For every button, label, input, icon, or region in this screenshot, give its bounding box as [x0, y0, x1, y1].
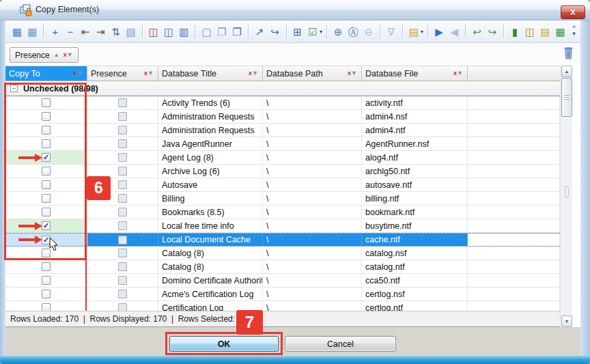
database-path-cell[interactable]: \ — [263, 165, 362, 178]
expand-row-icon[interactable]: ▶ — [432, 25, 446, 39]
database-path-cell[interactable]: \ — [263, 301, 362, 311]
check-options-icon-dropdown[interactable]: ▾ — [320, 29, 322, 35]
reorder-rows-icon[interactable]: ⇅ — [109, 25, 122, 39]
export-settings-icon[interactable]: ↪ — [268, 25, 281, 39]
database-path-cell[interactable]: \ — [263, 110, 362, 123]
zoom-text-icon[interactable]: Ⓐ — [346, 25, 360, 39]
group-by-presence-button[interactable]: Presence ▲ x▼ — [10, 47, 79, 63]
database-file-cell[interactable]: alog4.ntf — [362, 151, 468, 164]
freeze-column-icon[interactable]: ◫ — [147, 25, 160, 39]
zoom-in-icon[interactable]: ⊕ — [331, 25, 345, 39]
copy-to-cell[interactable] — [5, 288, 87, 300]
copy-to-cell[interactable] — [5, 260, 87, 273]
table-row[interactable]: Catalog (8)\catalog.nsf — [5, 247, 560, 260]
table-row[interactable]: Bookmarks (8.5)\bookmark.ntf — [5, 206, 560, 219]
database-title-cell[interactable]: Acme's Certification Log — [158, 288, 263, 300]
table-row[interactable]: Catalog (8)\catalog.ntf — [5, 260, 560, 274]
database-path-cell[interactable]: \ — [263, 234, 362, 246]
database-path-cell[interactable]: \ — [263, 178, 362, 191]
column-header-database-title[interactable]: Database Titlex▼ — [158, 66, 263, 81]
table-row[interactable]: Activity Trends (6)\activity.ntf — [5, 96, 560, 110]
sort-ascending-icon[interactable]: ▲ — [54, 52, 59, 58]
database-file-cell[interactable]: busytime.ntf — [362, 219, 468, 232]
copy-to-checkbox[interactable] — [42, 290, 51, 298]
export-icon[interactable]: ↗ — [253, 25, 266, 39]
table-row[interactable]: Acme's Certification Log\certlog.nsf — [5, 288, 560, 301]
close-button[interactable]: X — [561, 5, 585, 19]
table-row[interactable]: ✓Local free time info\busytime.ntf — [5, 219, 560, 233]
vertical-scrollbar[interactable]: ▲ ▼ — [560, 66, 572, 327]
database-title-cell[interactable]: Bookmarks (8.5) — [158, 206, 263, 219]
database-file-cell[interactable]: catalog.nsf — [362, 247, 468, 260]
copy-to-cell[interactable] — [5, 301, 87, 311]
filter-icon[interactable]: x▼ — [348, 70, 357, 76]
database-path-cell[interactable]: \ — [263, 151, 362, 164]
copy-rows-icon[interactable]: ❐ — [230, 25, 244, 39]
column-view-icon[interactable]: ▥ — [177, 25, 191, 39]
scrollbar-thumb[interactable] — [561, 78, 572, 117]
database-file-cell[interactable]: admin4.nsf — [362, 110, 468, 123]
table-row[interactable]: Java AgentRunner\AgentRunner.nsf — [5, 137, 560, 151]
toolbar-overflow-chevron[interactable]: » ▾ — [570, 23, 578, 40]
database-path-cell[interactable]: \ — [263, 124, 362, 137]
database-title-cell[interactable]: Administration Requests — [158, 110, 263, 123]
scroll-down-button[interactable]: ▼ — [561, 316, 572, 327]
database-file-cell[interactable]: billing.ntf — [362, 192, 468, 205]
database-file-cell[interactable]: catalog.ntf — [362, 260, 468, 273]
table-row[interactable]: Administration Requests\admin4.nsf — [5, 110, 560, 124]
database-path-cell[interactable]: \ — [263, 260, 362, 273]
database-file-cell[interactable]: certlog.nsf — [362, 288, 468, 300]
database-file-cell[interactable]: archlg50.ntf — [362, 165, 468, 178]
group-header-row[interactable]: − Unchecked (98/98) — [5, 81, 560, 96]
add-note-icon[interactable]: ▤ — [407, 25, 421, 39]
copy-to-checkbox[interactable] — [42, 262, 51, 271]
copy-to-checkbox[interactable] — [42, 276, 51, 285]
move-element-left-icon[interactable]: ⇤ — [79, 25, 92, 39]
filter-icon[interactable]: x▼ — [144, 70, 154, 76]
database-file-cell[interactable]: cache.ntf — [362, 234, 468, 246]
database-path-cell[interactable]: \ — [263, 96, 362, 109]
scroll-up-button[interactable]: ▲ — [561, 66, 572, 77]
filter-icon[interactable]: x▼ — [453, 70, 463, 76]
database-title-cell[interactable]: Local Document Cache — [158, 234, 263, 246]
database-file-cell[interactable]: certlog.ntf — [362, 301, 468, 311]
database-file-cell[interactable]: AgentRunner.nsf — [362, 137, 468, 150]
database-title-cell[interactable]: Java AgentRunner — [158, 137, 263, 150]
database-title-cell[interactable]: Activity Trends (6) — [158, 96, 263, 109]
copy-to-checkbox[interactable] — [42, 303, 51, 311]
database-title-cell[interactable]: Agent Log (8) — [158, 151, 263, 164]
database-file-cell[interactable]: autosave.ntf — [362, 178, 468, 191]
filter-icon[interactable]: x▼ — [73, 70, 83, 76]
new-window-icon[interactable]: ⊞ — [291, 25, 305, 39]
column-header-database-path[interactable]: Database Pathx▼ — [263, 66, 362, 81]
filter-icon[interactable]: x▼ — [249, 70, 258, 76]
database-title-cell[interactable]: Billing — [158, 192, 263, 205]
database-file-cell[interactable]: admin4.ntf — [362, 124, 468, 137]
table-row[interactable]: Domino Certificate Authorit\cca50.ntf — [5, 274, 560, 288]
database-title-cell[interactable]: Domino Certificate Authorit — [158, 274, 263, 287]
column-header-copy-to[interactable]: Copy Tox▼ — [5, 66, 87, 81]
move-element-down-icon[interactable]: ⇥ — [94, 25, 107, 39]
copy-icon[interactable]: ❐ — [215, 25, 229, 39]
check-options-icon[interactable]: ☑ — [306, 25, 320, 39]
database-title-cell[interactable]: Autosave — [158, 178, 263, 191]
database-file-cell[interactable]: activity.ntf — [362, 96, 468, 109]
database-file-cell[interactable]: bookmark.ntf — [362, 206, 468, 219]
database-path-cell[interactable]: \ — [263, 247, 362, 260]
database-path-cell[interactable]: \ — [263, 206, 362, 219]
select-all-icon[interactable]: ▢ — [199, 25, 213, 39]
trash-icon[interactable] — [561, 45, 575, 61]
cancel-button[interactable]: Cancel — [285, 336, 396, 352]
column-header-database-file[interactable]: Database Filex▼ — [362, 66, 468, 81]
column-highlight-icon[interactable]: ▮ — [508, 25, 522, 39]
database-title-cell[interactable]: Catalog (8) — [158, 260, 263, 273]
add-element-icon[interactable]: + — [48, 25, 61, 39]
split-column-icon[interactable]: ◫ — [162, 25, 175, 39]
view-settings-icon[interactable]: ▦ — [10, 25, 24, 39]
table-comment-icon[interactable]: ▤ — [538, 25, 552, 39]
database-path-cell[interactable]: \ — [263, 288, 362, 300]
clear-filter-icon[interactable]: x▼ — [64, 52, 73, 58]
table-size-icon[interactable]: ◫ — [523, 25, 537, 39]
database-title-cell[interactable]: Administration Requests — [158, 124, 263, 137]
database-title-cell[interactable]: Local free time info — [158, 219, 263, 232]
